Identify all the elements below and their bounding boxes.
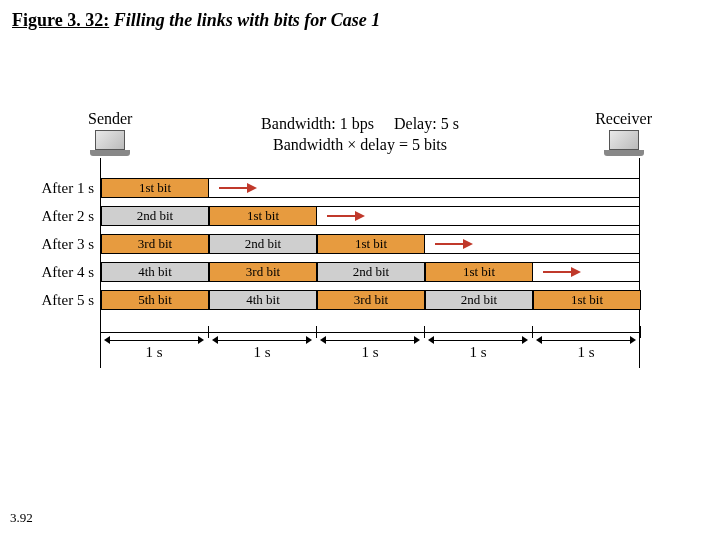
axis-segment-label: 1 s xyxy=(208,344,316,361)
bit-cell: 2nd bit xyxy=(425,290,533,310)
receiver-label-block: Receiver xyxy=(595,110,652,160)
bit-cell: 2nd bit xyxy=(209,234,317,254)
row-time-label: After 3 s xyxy=(30,236,94,253)
row-time-label: After 2 s xyxy=(30,208,94,225)
axis-tick xyxy=(532,326,533,338)
bit-row: After 3 s3rd bit2nd bit1st bit xyxy=(100,234,640,258)
axis-segment-arrow xyxy=(428,334,528,342)
time-axis: 1 s1 s1 s1 s1 s xyxy=(100,332,640,372)
bit-cell: 1st bit xyxy=(533,290,641,310)
page-number: 3.92 xyxy=(10,510,33,526)
bit-cell: 5th bit xyxy=(101,290,209,310)
bit-cell: 1st bit xyxy=(209,206,317,226)
laptop-icon xyxy=(602,130,646,160)
bit-rows: After 1 s1st bitAfter 2 s2nd bit1st bitA… xyxy=(100,178,640,318)
bit-cell: 4th bit xyxy=(101,262,209,282)
figure-title: Figure 3. 32: Filling the links with bit… xyxy=(12,10,380,31)
axis-tick xyxy=(640,326,641,338)
bit-cell: 3rd bit xyxy=(101,234,209,254)
axis-segment-label: 1 s xyxy=(424,344,532,361)
sender-label: Sender xyxy=(88,110,132,128)
bit-cell: 3rd bit xyxy=(317,290,425,310)
propagation-arrow-icon xyxy=(219,183,259,193)
axis-segment-arrow xyxy=(104,334,204,342)
bit-cell: 2nd bit xyxy=(101,206,209,226)
bit-cell: 1st bit xyxy=(425,262,533,282)
link-track: 1st bit xyxy=(100,178,640,198)
figure-caption: Filling the links with bits for Case 1 xyxy=(114,10,381,30)
bit-row: After 2 s2nd bit1st bit xyxy=(100,206,640,230)
link-track: 4th bit3rd bit2nd bit1st bit xyxy=(100,262,640,282)
bit-row: After 1 s1st bit xyxy=(100,178,640,202)
delay-text: Delay: 5 s xyxy=(394,115,459,132)
row-time-label: After 4 s xyxy=(30,264,94,281)
product-text: Bandwidth × delay = 5 bits xyxy=(220,135,500,156)
figure-number: Figure 3. 32: xyxy=(12,10,109,30)
link-track: 2nd bit1st bit xyxy=(100,206,640,226)
bit-row: After 5 s5th bit4th bit3rd bit2nd bit1st… xyxy=(100,290,640,314)
sender-label-block: Sender xyxy=(88,110,132,160)
bandwidth-text: Bandwidth: 1 bps xyxy=(261,115,374,132)
parameters: Bandwidth: 1 bps Delay: 5 s Bandwidth × … xyxy=(220,114,500,156)
bit-cell: 3rd bit xyxy=(209,262,317,282)
receiver-label: Receiver xyxy=(595,110,652,128)
bit-cell: 1st bit xyxy=(317,234,425,254)
bit-cell: 1st bit xyxy=(101,178,209,198)
bit-cell: 4th bit xyxy=(209,290,317,310)
axis-tick xyxy=(208,326,209,338)
axis-segment-arrow xyxy=(212,334,312,342)
axis-tick xyxy=(100,326,101,338)
axis-segment-label: 1 s xyxy=(100,344,208,361)
link-track: 3rd bit2nd bit1st bit xyxy=(100,234,640,254)
axis-tick xyxy=(316,326,317,338)
bit-cell: 2nd bit xyxy=(317,262,425,282)
laptop-icon xyxy=(88,130,132,160)
propagation-arrow-icon xyxy=(543,267,583,277)
axis-segment-arrow xyxy=(320,334,420,342)
link-track: 5th bit4th bit3rd bit2nd bit1st bit xyxy=(100,290,640,310)
axis-segment-arrow xyxy=(536,334,636,342)
row-time-label: After 1 s xyxy=(30,180,94,197)
axis-segment-label: 1 s xyxy=(532,344,640,361)
diagram: Sender Receiver Bandwidth: 1 bps Delay: … xyxy=(100,120,640,180)
row-time-label: After 5 s xyxy=(30,292,94,309)
axis-tick xyxy=(424,326,425,338)
bit-row: After 4 s4th bit3rd bit2nd bit1st bit xyxy=(100,262,640,286)
propagation-arrow-icon xyxy=(435,239,475,249)
propagation-arrow-icon xyxy=(327,211,367,221)
axis-segment-label: 1 s xyxy=(316,344,424,361)
